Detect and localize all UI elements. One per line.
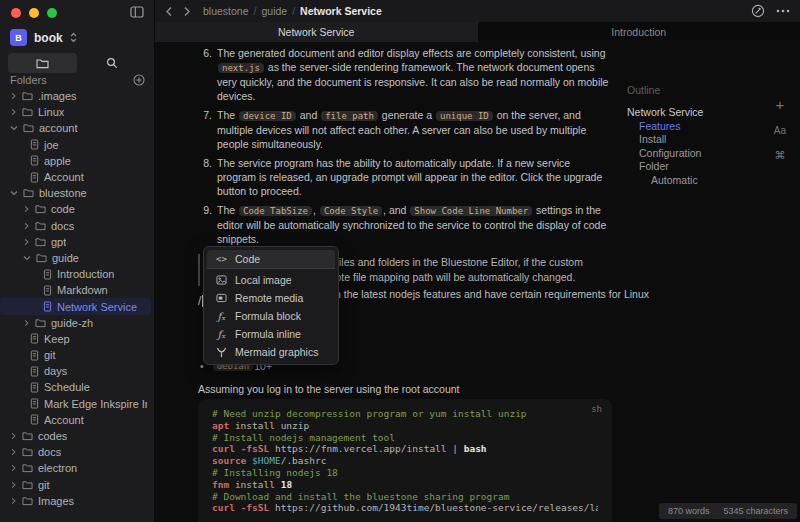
typography-icon[interactable]: Aa bbox=[774, 125, 786, 136]
outline-item[interactable]: Folder bbox=[627, 160, 772, 174]
folder-icon bbox=[22, 431, 33, 441]
tree-item[interactable]: .images bbox=[0, 88, 151, 104]
outline-item[interactable]: Install bbox=[627, 133, 772, 147]
tree-item[interactable]: joe bbox=[0, 137, 151, 153]
outline-item[interactable]: Configuration bbox=[627, 147, 772, 161]
tree-item[interactable]: electron bbox=[0, 460, 151, 476]
tree-item-label: gpt bbox=[51, 236, 66, 248]
chevron-right-icon bbox=[23, 238, 30, 246]
back-icon[interactable] bbox=[165, 6, 173, 17]
outline-item[interactable]: Automatic bbox=[627, 174, 772, 188]
tree-item[interactable]: Account bbox=[0, 412, 151, 428]
tree-item[interactable]: Network Service bbox=[0, 298, 151, 314]
menu-item[interactable]: <> Code bbox=[207, 250, 335, 269]
chevron-down-icon bbox=[10, 189, 18, 197]
tree-item[interactable]: Images bbox=[0, 493, 151, 509]
tree-item[interactable]: Introduction bbox=[0, 266, 151, 282]
breadcrumb[interactable]: bluestone / guide / Network Service bbox=[203, 5, 382, 17]
file-icon bbox=[30, 414, 39, 425]
outline-item[interactable]: Features bbox=[627, 120, 772, 134]
minimize-button[interactable] bbox=[29, 8, 39, 18]
menu-item[interactable]: Mermaid graphics bbox=[207, 343, 335, 361]
editor-area[interactable]: 6. The generated document and editor dis… bbox=[155, 42, 800, 522]
tree-item[interactable]: docs bbox=[0, 444, 151, 460]
media-icon bbox=[215, 293, 228, 303]
partially-covered-paragraph: n the latest nodejs features and have ce… bbox=[335, 288, 649, 300]
chevron-right-icon bbox=[23, 319, 30, 327]
command-icon[interactable]: ⌘ bbox=[774, 149, 785, 162]
file-icon bbox=[30, 350, 39, 361]
menu-item-label: Mermaid graphics bbox=[235, 346, 318, 358]
tree-item[interactable]: Linux bbox=[0, 104, 151, 120]
outline-list: Network ServiceFeaturesInstallConfigurat… bbox=[627, 106, 772, 187]
tree-item[interactable]: account bbox=[0, 120, 151, 136]
menu-item[interactable]: ƒₓ Formula block bbox=[207, 307, 335, 325]
share-icon[interactable] bbox=[751, 4, 765, 18]
file-icon bbox=[30, 155, 39, 166]
breadcrumb-root[interactable]: bluestone bbox=[203, 5, 249, 17]
tree-item[interactable]: days bbox=[0, 363, 151, 379]
tree-item-label: Mark Edge Inkspire Inkdown bbox=[44, 398, 147, 410]
menu-item[interactable]: ƒₓ Formula inline bbox=[207, 325, 335, 343]
file-icon bbox=[43, 301, 52, 312]
tree-item[interactable]: guide bbox=[0, 250, 151, 266]
folder-icon bbox=[35, 237, 46, 247]
folders-header-row: Folders bbox=[10, 74, 145, 86]
tree-item[interactable]: docs bbox=[0, 218, 151, 234]
menu-item[interactable]: Remote media bbox=[207, 289, 335, 307]
list-item-text: The device ID and file path generate a u… bbox=[217, 108, 612, 151]
list-item-text: The Code TabSize, Code Style, and Show C… bbox=[217, 203, 612, 246]
tree-item[interactable]: bluestone bbox=[0, 185, 151, 201]
topbar: bluestone / guide / Network Service bbox=[155, 0, 800, 22]
tree-item-label: guide bbox=[52, 252, 79, 264]
tree-item[interactable]: apple bbox=[0, 153, 151, 169]
tab-files[interactable] bbox=[8, 53, 77, 73]
sidebar-toggle-icon[interactable] bbox=[130, 6, 144, 18]
menu-item[interactable]: Local image bbox=[207, 271, 335, 289]
tree-item[interactable]: code bbox=[0, 201, 151, 217]
add-folder-icon[interactable] bbox=[133, 74, 145, 86]
tree-item[interactable]: Keep bbox=[0, 331, 151, 347]
folders-header: Folders bbox=[10, 74, 47, 86]
tree-item[interactable]: git bbox=[0, 477, 151, 493]
word-count-badge: 870 words 5345 characters bbox=[659, 503, 797, 519]
tree-item-label: Network Service bbox=[57, 301, 137, 313]
code-line: curl -fsSL https://github.com/1943time/b… bbox=[212, 502, 598, 514]
tree-item[interactable]: gpt bbox=[0, 234, 151, 250]
more-icon[interactable] bbox=[776, 9, 790, 13]
maximize-button[interactable] bbox=[47, 8, 57, 18]
menu-item-label: Formula block bbox=[235, 310, 301, 322]
forward-icon[interactable] bbox=[183, 6, 191, 17]
list-item: 9. The Code TabSize, Code Style, and Sho… bbox=[198, 203, 612, 246]
folder-icon bbox=[22, 107, 33, 117]
outline-panel: Outline Network ServiceFeaturesInstallCo… bbox=[627, 84, 772, 187]
outline-item[interactable]: Network Service bbox=[627, 106, 772, 120]
tree-item-label: Account bbox=[44, 171, 84, 183]
workspace-selector[interactable]: B book bbox=[10, 29, 77, 46]
tree-item[interactable]: Schedule bbox=[0, 379, 151, 395]
insert-icon[interactable]: + bbox=[776, 98, 785, 112]
tree-item[interactable]: Markdown bbox=[0, 282, 151, 298]
tree-item-label: Account bbox=[44, 414, 84, 426]
tree-item[interactable]: Mark Edge Inkspire Inkdown bbox=[0, 396, 151, 412]
file-icon bbox=[43, 285, 52, 296]
file-icon bbox=[30, 366, 39, 377]
tree-item-label: days bbox=[44, 365, 67, 377]
tab-network-service[interactable]: Network Service bbox=[155, 22, 478, 42]
tree-item[interactable]: Account bbox=[0, 169, 151, 185]
tree-item[interactable]: codes bbox=[0, 428, 151, 444]
tab-introduction[interactable]: Introduction bbox=[478, 22, 800, 42]
menu-item-label: Remote media bbox=[235, 292, 303, 304]
tree-item[interactable]: guide-zh bbox=[0, 315, 151, 331]
tree-item[interactable]: git bbox=[0, 347, 151, 363]
tree-item-label: git bbox=[38, 479, 50, 491]
list-item: 8. The service program has the ability t… bbox=[198, 156, 612, 198]
list-item-number: 9. bbox=[198, 203, 212, 246]
breadcrumb-separator: / bbox=[292, 5, 295, 17]
menu-glyph-icon: ƒₓ bbox=[215, 311, 228, 322]
code-language-badge[interactable]: sh bbox=[591, 404, 602, 414]
close-button[interactable] bbox=[11, 8, 21, 18]
tab-search[interactable] bbox=[77, 53, 146, 73]
breadcrumb-folder[interactable]: guide bbox=[261, 5, 287, 17]
chevron-right-icon bbox=[10, 432, 17, 440]
